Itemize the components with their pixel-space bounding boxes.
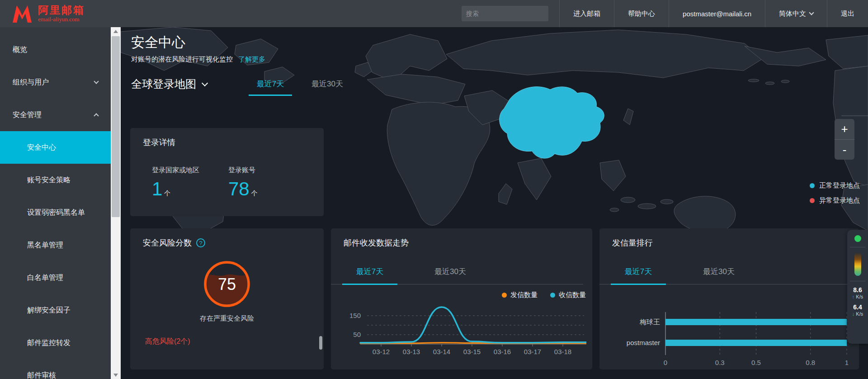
nav-help-center[interactable]: 帮助中心	[614, 0, 669, 27]
map-legend-item: 正常登录地点	[810, 181, 860, 190]
active-tab-underline	[611, 284, 666, 285]
send-rank-title: 发信量排行	[612, 237, 653, 248]
svg-text:03-12: 03-12	[373, 348, 390, 355]
rank-tab-7days[interactable]: 最近7天	[611, 266, 666, 277]
login-stat: 登录国家或地区1个	[152, 166, 199, 200]
risk-list-scrollbar-thumb[interactable]	[319, 336, 322, 350]
svg-text:03-15: 03-15	[463, 348, 481, 355]
search-box	[462, 6, 548, 21]
nav-account[interactable]: postmaster@mailali.cn	[669, 0, 765, 27]
sidebar-item-unbind-security-factor[interactable]: 解绑安全因子	[0, 294, 111, 327]
sidebar-item-mail-audit[interactable]: 邮件审核	[0, 359, 111, 379]
map-tab-7days[interactable]: 最近7天	[249, 79, 292, 96]
svg-text:03-17: 03-17	[524, 348, 541, 355]
login-stats: 登录国家或地区1个登录账号78个	[152, 166, 258, 200]
page-title: 安全中心	[131, 33, 185, 52]
nav-language[interactable]: 简体中文	[765, 0, 827, 27]
svg-text:03-16: 03-16	[494, 348, 511, 355]
scrollbar-down-button[interactable]	[111, 371, 121, 379]
login-details-title: 登录详情	[143, 137, 175, 148]
mail-trend-legend: 发信数量收信数量	[502, 291, 586, 299]
login-stat: 登录账号78个	[228, 166, 258, 200]
svg-text:1: 1	[845, 359, 849, 366]
chevron-down-icon	[202, 80, 208, 86]
brand-logo[interactable]: 阿里邮箱 email-aliyun.com	[0, 0, 136, 27]
sidebar-item-overview[interactable]: 概览	[0, 33, 111, 66]
send-rank-bar-chart: 00.30.50.81梅球王postmaster	[603, 296, 856, 370]
mail-trend-line-chart: 5015003-1203-1303-1403-1503-1603-1703-18	[340, 300, 586, 358]
map-zoom-control: + -	[835, 119, 854, 160]
legend-dot-icon	[810, 183, 815, 188]
trend-tab-7days[interactable]: 最近7天	[342, 266, 397, 277]
send-rank-card: 发信量排行 最近7天 最近30天 00.30.50.81梅球王postmaste…	[599, 228, 859, 370]
sidebar-item-whitelist-mgmt[interactable]: 白名单管理	[0, 261, 111, 294]
svg-text:50: 50	[353, 331, 361, 338]
logo-title: 阿里邮箱	[38, 5, 85, 15]
map-title-dropdown[interactable]: 全球登录地图	[131, 77, 207, 91]
mail-trend-card: 邮件收发数据走势 最近7天 最近30天 发信数量收信数量 5015003-120…	[331, 228, 592, 370]
logo-m-icon	[11, 4, 33, 24]
risk-score-title: 安全风险分数	[143, 237, 192, 248]
scrollbar-up-button[interactable]	[111, 27, 121, 35]
logo-subtitle: email-aliyun.com	[38, 16, 85, 22]
svg-text:0.8: 0.8	[806, 359, 815, 366]
zoom-in-button[interactable]: +	[835, 119, 854, 139]
net-speed-widget[interactable]: 8.6 ↑ K/s 6.4 ↓ K/s	[847, 230, 868, 344]
trend-tab-30days[interactable]: 最近30天	[423, 266, 478, 277]
chevron-down-icon	[94, 79, 99, 84]
send-rank-tabs: 最近7天 最近30天	[599, 266, 850, 284]
arrow-down-icon: ↓	[852, 311, 855, 317]
sidebar-scrollbar	[111, 27, 121, 379]
map-china-region[interactable]	[500, 87, 604, 158]
header-nav: 进入邮箱帮助中心postmaster@mailali.cn简体中文退出	[559, 0, 868, 27]
risk-score-value: 75	[218, 275, 236, 294]
gradient-meter-icon	[854, 252, 861, 276]
triangle-down-icon	[113, 374, 118, 377]
upload-speed-value: 8.6	[853, 286, 862, 294]
chevron-up-icon	[94, 113, 99, 118]
svg-text:03-13: 03-13	[403, 348, 420, 355]
app-root: 阿里邮箱 email-aliyun.com 进入邮箱帮助中心postmaster…	[0, 0, 868, 379]
svg-text:0.5: 0.5	[751, 359, 761, 366]
mail-trend-title: 邮件收发数据走势	[344, 237, 409, 248]
mail-trend-tabs: 最近7天 最近30天	[331, 266, 583, 284]
sidebar-item-weak-password-blacklist[interactable]: 设置弱密码黑名单	[0, 196, 111, 229]
risk-status-text: 存在严重安全风险	[130, 314, 324, 323]
legend-dot-icon	[550, 293, 555, 298]
sidebar-item-security-center[interactable]: 安全中心	[0, 131, 111, 164]
chevron-down-icon	[809, 10, 814, 15]
map-range-tabs: 最近7天 最近30天	[249, 79, 349, 96]
legend-dot-icon	[502, 293, 507, 298]
sidebar-nav: 概览组织与用户安全管理安全中心账号安全策略设置弱密码黑名单黑名单管理白名单管理解…	[0, 27, 111, 379]
series-legend-item[interactable]: 发信数量	[502, 291, 538, 299]
rank-tab-30days[interactable]: 最近30天	[691, 266, 746, 277]
main-content: 安全中心 对账号的潜在风险进行可视化监控了解更多 全球登录地图 最近7天 最近3…	[121, 27, 868, 379]
learn-more-link[interactable]: 了解更多	[238, 55, 265, 63]
legend-dot-icon	[810, 198, 815, 203]
search-input[interactable]	[466, 10, 548, 17]
top-header: 阿里邮箱 email-aliyun.com 进入邮箱帮助中心postmaster…	[0, 0, 868, 27]
active-tab-underline	[342, 284, 397, 285]
risk-score-gauge: 75	[202, 259, 252, 309]
sidebar-item-blacklist-mgmt[interactable]: 黑名单管理	[0, 229, 111, 261]
nav-logout[interactable]: 退出	[827, 0, 868, 27]
svg-text:150: 150	[349, 312, 361, 319]
high-risk-link[interactable]: 高危风险(2个)	[145, 337, 190, 346]
svg-text:postmaster: postmaster	[627, 339, 660, 346]
nav-enter-mailbox[interactable]: 进入邮箱	[559, 0, 614, 27]
sidebar-item-mail-monitor-forward[interactable]: 邮件监控转发	[0, 327, 111, 359]
map-legend: 正常登录地点异常登录地点	[810, 181, 860, 211]
help-icon[interactable]: ?	[196, 238, 205, 247]
sidebar-item-org-users[interactable]: 组织与用户	[0, 66, 111, 99]
svg-text:03-18: 03-18	[554, 348, 571, 355]
status-dot-icon	[854, 235, 861, 242]
zoom-out-button[interactable]: -	[835, 139, 854, 160]
series-legend-item[interactable]: 收信数量	[550, 291, 586, 299]
map-tab-30days[interactable]: 最近30天	[306, 79, 349, 96]
sidebar-item-security-mgmt[interactable]: 安全管理	[0, 99, 111, 131]
triangle-up-icon	[113, 30, 118, 33]
page-subtitle: 对账号的潜在风险进行可视化监控了解更多	[131, 55, 265, 64]
sidebar-item-account-security-policy[interactable]: 账号安全策略	[0, 164, 111, 196]
svg-text:0: 0	[664, 359, 667, 366]
scrollbar-thumb[interactable]	[112, 36, 120, 217]
